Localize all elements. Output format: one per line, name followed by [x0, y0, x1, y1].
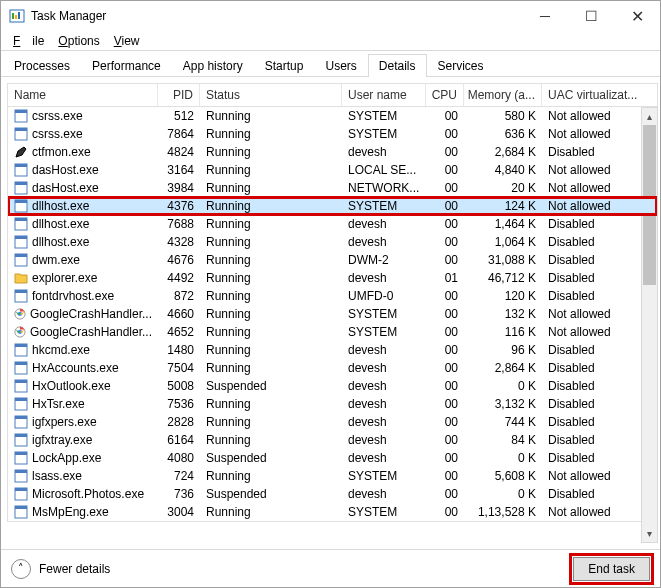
end-task-button[interactable]: End task	[573, 557, 650, 581]
cell-name: fontdrvhost.exe	[8, 289, 158, 303]
cell-name: GoogleCrashHandler...	[8, 325, 158, 339]
cell-pid: 7536	[158, 397, 200, 411]
table-row[interactable]: fontdrvhost.exe872RunningUMFD-000120 KDi…	[8, 287, 657, 305]
cell-status: Running	[200, 199, 342, 213]
cell-uac: Not allowed	[542, 325, 638, 339]
process-icon	[14, 181, 28, 195]
cell-user: SYSTEM	[342, 199, 426, 213]
table-row[interactable]: HxTsr.exe7536Runningdevesh003,132 KDisab…	[8, 395, 657, 413]
svg-rect-5	[15, 110, 27, 113]
svg-rect-31	[15, 380, 27, 383]
process-icon	[14, 451, 28, 465]
cell-cpu: 00	[426, 127, 464, 141]
tab-processes[interactable]: Processes	[3, 54, 81, 77]
tab-services[interactable]: Services	[427, 54, 495, 77]
maximize-button[interactable]: ☐	[568, 1, 614, 31]
cell-mem: 31,088 K	[464, 253, 542, 267]
col-name[interactable]: Name	[8, 84, 158, 106]
cell-mem: 124 K	[464, 199, 542, 213]
vertical-scrollbar[interactable]: ▴ ▾	[641, 107, 658, 543]
tab-app-history[interactable]: App history	[172, 54, 254, 77]
table-row[interactable]: ctfmon.exe4824Runningdevesh002,684 KDisa…	[8, 143, 657, 161]
cell-mem: 0 K	[464, 451, 542, 465]
col-status[interactable]: Status	[200, 84, 342, 106]
table-row[interactable]: dasHost.exe3984RunningNETWORK...0020 KNo…	[8, 179, 657, 197]
cell-cpu: 00	[426, 361, 464, 375]
cell-pid: 4080	[158, 451, 200, 465]
cell-name: dllhost.exe	[8, 235, 158, 249]
process-icon	[14, 217, 28, 231]
svg-rect-11	[15, 182, 27, 185]
table-row[interactable]: explorer.exe4492Runningdevesh0146,712 KD…	[8, 269, 657, 287]
titlebar[interactable]: Task Manager ─ ☐ ✕	[1, 1, 660, 31]
cell-cpu: 00	[426, 325, 464, 339]
table-row[interactable]: igfxtray.exe6164Runningdevesh0084 KDisab…	[8, 431, 657, 449]
cell-name: lsass.exe	[8, 469, 158, 483]
col-cpu[interactable]: CPU	[426, 84, 464, 106]
tab-users[interactable]: Users	[314, 54, 367, 77]
table-row[interactable]: dasHost.exe3164RunningLOCAL SE...004,840…	[8, 161, 657, 179]
col-mem[interactable]: Memory (a...	[464, 84, 542, 106]
cell-user: DWM-2	[342, 253, 426, 267]
cell-name: LockApp.exe	[8, 451, 158, 465]
col-pid[interactable]: PID	[158, 84, 200, 106]
cell-name: MsMpEng.exe	[8, 505, 158, 519]
chevron-up-icon: ˄	[11, 559, 31, 579]
cell-name: explorer.exe	[8, 271, 158, 285]
cell-uac: Disabled	[542, 451, 638, 465]
scroll-down-arrow-icon[interactable]: ▾	[642, 525, 657, 542]
cell-cpu: 00	[426, 253, 464, 267]
col-uac[interactable]: UAC virtualizat...	[542, 84, 638, 106]
cell-mem: 744 K	[464, 415, 542, 429]
table-row[interactable]: dllhost.exe4328Runningdevesh001,064 KDis…	[8, 233, 657, 251]
svg-rect-7	[15, 128, 27, 131]
cell-pid: 2828	[158, 415, 200, 429]
close-button[interactable]: ✕	[614, 1, 660, 31]
cell-name: dasHost.exe	[8, 163, 158, 177]
table-row[interactable]: csrss.exe512RunningSYSTEM00580 KNot allo…	[8, 107, 657, 125]
cell-pid: 872	[158, 289, 200, 303]
cell-user: NETWORK...	[342, 181, 426, 195]
tab-performance[interactable]: Performance	[81, 54, 172, 77]
table-row[interactable]: HxOutlook.exe5008Suspendeddevesh000 KDis…	[8, 377, 657, 395]
col-user[interactable]: User name	[342, 84, 426, 106]
table-row[interactable]: csrss.exe7864RunningSYSTEM00636 KNot all…	[8, 125, 657, 143]
table-row[interactable]: Microsoft.Photos.exe736Suspendeddevesh00…	[8, 485, 657, 503]
minimize-button[interactable]: ─	[522, 1, 568, 31]
cell-mem: 5,608 K	[464, 469, 542, 483]
table-row[interactable]: dllhost.exe7688Runningdevesh001,464 KDis…	[8, 215, 657, 233]
fewer-details-button[interactable]: ˄ Fewer details	[11, 559, 110, 579]
scroll-up-arrow-icon[interactable]: ▴	[642, 108, 657, 125]
table-row[interactable]: dwm.exe4676RunningDWM-20031,088 KDisable…	[8, 251, 657, 269]
process-icon	[14, 199, 28, 213]
tab-startup[interactable]: Startup	[254, 54, 315, 77]
cell-uac: Not allowed	[542, 307, 638, 321]
cell-pid: 3004	[158, 505, 200, 519]
table-row[interactable]: igfxpers.exe2828Runningdevesh00744 KDisa…	[8, 413, 657, 431]
cell-name: csrss.exe	[8, 127, 158, 141]
table-row[interactable]: GoogleCrashHandler...4660RunningSYSTEM00…	[8, 305, 657, 323]
menu-view[interactable]: View	[108, 32, 146, 50]
cell-status: Running	[200, 343, 342, 357]
svg-rect-35	[15, 416, 27, 419]
menu-file[interactable]: File	[7, 32, 50, 50]
table-row[interactable]: MsMpEng.exe3004RunningSYSTEM001,13,528 K…	[8, 503, 657, 521]
table-row[interactable]: HxAccounts.exe7504Runningdevesh002,864 K…	[8, 359, 657, 377]
process-icon	[14, 253, 28, 267]
footer: ˄ Fewer details End task	[1, 549, 660, 587]
cell-status: Running	[200, 163, 342, 177]
table-row[interactable]: LockApp.exe4080Suspendeddevesh000 KDisab…	[8, 449, 657, 467]
table-row[interactable]: GoogleCrashHandler...4652RunningSYSTEM00…	[8, 323, 657, 341]
tab-details[interactable]: Details	[368, 54, 427, 77]
table-row[interactable]: lsass.exe724RunningSYSTEM005,608 KNot al…	[8, 467, 657, 485]
svg-rect-27	[15, 344, 27, 347]
menu-options[interactable]: Options	[52, 32, 105, 50]
cell-name: HxTsr.exe	[8, 397, 158, 411]
table-row[interactable]: dllhost.exe4376RunningSYSTEM00124 KNot a…	[8, 197, 657, 215]
cell-user: devesh	[342, 451, 426, 465]
svg-rect-17	[15, 236, 27, 239]
svg-rect-9	[15, 164, 27, 167]
table-row[interactable]: hkcmd.exe1480Runningdevesh0096 KDisabled	[8, 341, 657, 359]
cell-pid: 4824	[158, 145, 200, 159]
cell-pid: 7688	[158, 217, 200, 231]
